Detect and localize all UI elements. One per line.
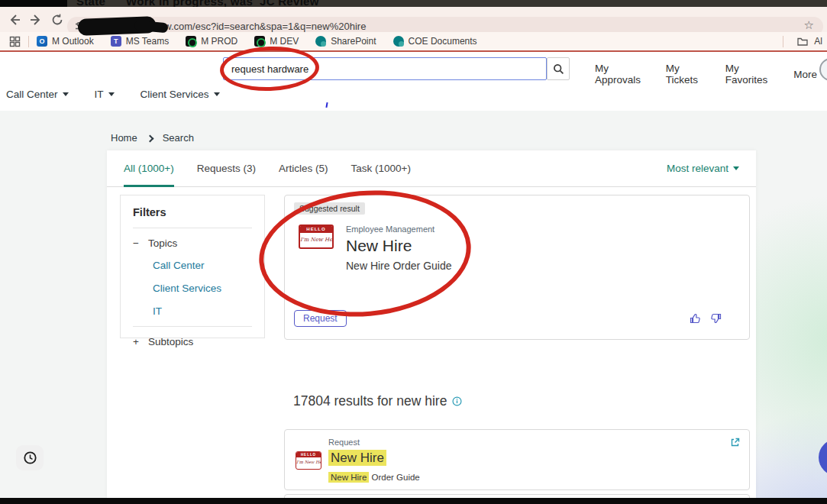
- search-button[interactable]: [547, 57, 570, 80]
- suggested-subtitle: New Hire Order Guide: [346, 260, 452, 272]
- refresh-icon[interactable]: [50, 13, 64, 27]
- nav-my-favorites[interactable]: My Favorites: [725, 63, 775, 86]
- sharepoint-icon: [315, 36, 326, 47]
- divider: [133, 228, 252, 228]
- filter-group-subtopics[interactable]: + Subtopics: [133, 336, 252, 347]
- bookmark-dev[interactable]: M DEV: [254, 36, 299, 47]
- coe-documents-icon: [393, 36, 404, 47]
- topic-filter-links: Call Center Client Services IT: [153, 260, 252, 317]
- chevron-down-icon: [63, 92, 69, 99]
- suggested-result-card[interactable]: Suggested result HELLO I'm New Here Empl…: [284, 195, 750, 340]
- filter-group-topics[interactable]: − Topics: [133, 237, 252, 249]
- filters-title: Filters: [133, 206, 252, 218]
- results-summary: 17804 results for new hire: [293, 393, 462, 409]
- background-window-text: State Work in progress, was JC Review: [76, 0, 319, 7]
- result-meta: Request: [328, 438, 360, 447]
- new-hire-nametag-icon: HELLO I'm New Here: [299, 225, 334, 249]
- menu-it[interactable]: IT: [95, 89, 115, 100]
- clock-icon: [23, 451, 37, 465]
- tab-all[interactable]: All (1000+): [124, 151, 174, 187]
- stray-cursor-mark: [325, 102, 328, 108]
- request-button[interactable]: Request: [294, 310, 347, 327]
- divider: [133, 326, 252, 327]
- sort-dropdown[interactable]: Most relevant: [667, 163, 739, 174]
- portal-header: My Approvals My Tickets My Favorites Mor…: [0, 52, 827, 111]
- bookmark-coe-documents[interactable]: COE Documents: [393, 36, 477, 47]
- prod-env-icon: [186, 36, 196, 47]
- content-area: Home Search All (1000+) Requests (3) Art…: [0, 111, 827, 498]
- outlook-icon: [37, 36, 47, 47]
- search-results-panel: All (1000+) Requests (3) Articles (5) Ta…: [107, 150, 756, 498]
- result-title[interactable]: New Hire: [328, 451, 386, 466]
- header-nav: My Approvals My Tickets My Favorites Mor…: [595, 63, 827, 86]
- bookmark-outlook[interactable]: M Outlook: [37, 36, 94, 47]
- chevron-down-icon: [108, 92, 115, 99]
- chevron-right-icon: [146, 134, 153, 142]
- suggested-category: Employee Management: [346, 225, 452, 234]
- apps-grid-icon[interactable]: [9, 36, 21, 47]
- bookmark-star-icon[interactable]: ☆: [804, 18, 814, 32]
- result-subtitle: New Hire Order Guide: [328, 473, 420, 482]
- info-icon[interactable]: [452, 396, 462, 406]
- bottom-black-bar: [0, 498, 827, 504]
- history-button[interactable]: [16, 445, 44, 470]
- bookmark-prod[interactable]: M PROD: [186, 36, 237, 47]
- chevron-down-icon: [214, 92, 220, 99]
- menu-client-services[interactable]: Client Services: [141, 89, 220, 100]
- url-text[interactable]: ow.com/esc?id=search&spa=1&q=new%20hire: [159, 21, 366, 32]
- thumbs-down-icon[interactable]: [710, 313, 722, 324]
- menu-call-center[interactable]: Call Center: [6, 89, 69, 100]
- open-in-new-icon[interactable]: [730, 438, 740, 447]
- filter-link-it[interactable]: IT: [153, 305, 252, 317]
- tab-articles[interactable]: Articles (5): [279, 150, 328, 186]
- redaction-scribble-top: [0, 0, 67, 7]
- results-tabs: All (1000+) Requests (3) Articles (5) Ta…: [107, 150, 756, 187]
- new-hire-nametag-icon: HELLO I'm New Here: [296, 451, 321, 470]
- divider: [28, 36, 29, 47]
- nav-my-approvals[interactable]: My Approvals: [595, 63, 648, 86]
- bookmarks-overflow[interactable]: Al: [775, 36, 827, 47]
- collapse-icon: −: [133, 237, 139, 249]
- screenshot-root: State Work in progress, was JC Review ow…: [0, 0, 827, 504]
- breadcrumb-home[interactable]: Home: [111, 132, 137, 144]
- suggested-title[interactable]: New Hire: [346, 237, 452, 255]
- thumbs-up-icon[interactable]: [690, 313, 701, 324]
- feedback-controls: [690, 313, 722, 324]
- chat-fab-button[interactable]: [819, 439, 827, 476]
- search-icon: [553, 63, 564, 75]
- back-icon[interactable]: [8, 13, 21, 27]
- browser-toolbar: ow.com/esc?id=search&spa=1&q=new%20hire …: [0, 7, 827, 32]
- bookmark-teams[interactable]: MS Teams: [111, 36, 169, 47]
- suggested-result-body: HELLO I'm New Here Employee Management N…: [299, 225, 452, 272]
- folder-icon: [797, 37, 808, 46]
- filter-link-client-services[interactable]: Client Services: [153, 283, 252, 294]
- breadcrumb-search: Search: [163, 132, 194, 144]
- forward-icon[interactable]: [29, 13, 43, 27]
- teams-icon: [111, 36, 121, 47]
- filter-link-call-center[interactable]: Call Center: [153, 260, 252, 271]
- redaction-scribble-url: [78, 16, 157, 36]
- bookmarks-bar: M Outlook MS Teams M PROD M DEV SharePoi…: [0, 32, 827, 50]
- filters-panel: Filters − Topics Call Center Client Serv…: [120, 195, 265, 338]
- breadcrumb: Home Search: [111, 132, 194, 144]
- background-window-strip: State Work in progress, was JC Review: [0, 0, 827, 7]
- dev-env-icon: [254, 36, 265, 47]
- tab-requests[interactable]: Requests (3): [197, 150, 256, 186]
- divider: [783, 36, 783, 47]
- result-item[interactable]: Request HELLO I'm New Here New Hire New …: [284, 429, 750, 490]
- chevron-down-icon: [733, 166, 739, 173]
- expand-icon: +: [133, 336, 139, 347]
- bookmark-sharepoint[interactable]: SharePoint: [315, 36, 376, 47]
- nav-my-tickets[interactable]: My Tickets: [666, 63, 707, 86]
- search-input[interactable]: [223, 57, 547, 80]
- topic-menubar: Call Center IT Client Services: [6, 89, 220, 100]
- suggested-result-badge: Suggested result: [294, 202, 365, 215]
- tab-task[interactable]: Task (1000+): [351, 150, 410, 186]
